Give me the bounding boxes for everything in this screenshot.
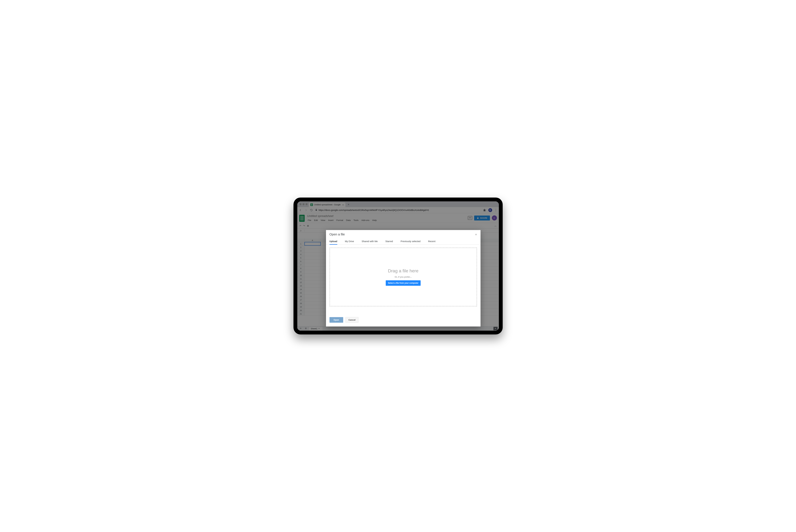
sheet-tab-menu-icon[interactable]: ▼ <box>318 328 320 329</box>
profile-avatar[interactable]: K <box>488 208 492 212</box>
bookmark-star-icon[interactable] <box>483 209 486 212</box>
open-button[interactable]: Open <box>329 317 343 323</box>
sheet-tab[interactable]: Sheet1 ▼ <box>309 326 323 330</box>
row-header[interactable]: 3 <box>297 249 305 252</box>
dialog-tab-recent[interactable]: Recent <box>428 240 435 245</box>
sheets-logo-icon[interactable] <box>299 215 305 221</box>
dialog-close-icon[interactable]: × <box>475 233 477 236</box>
reload-button[interactable] <box>310 209 313 212</box>
row-header[interactable]: 20 <box>297 309 305 312</box>
cell[interactable] <box>305 274 321 277</box>
back-button[interactable] <box>299 209 302 212</box>
menu-help[interactable]: Help <box>371 218 378 222</box>
document-title[interactable]: Untitled spreadsheet <box>307 214 466 218</box>
row-header[interactable]: 12 <box>297 281 305 284</box>
browser-menu-icon[interactable]: ⋮ <box>494 209 497 212</box>
menu-view[interactable]: View <box>320 218 327 222</box>
row-header[interactable]: 7 <box>297 263 305 266</box>
row-header[interactable]: 10 <box>297 274 305 277</box>
row-header[interactable]: 19 <box>297 305 305 308</box>
menu-data[interactable]: Data <box>345 218 352 222</box>
cell[interactable] <box>305 253 321 256</box>
svg-rect-2 <box>311 205 312 206</box>
fx-label: fx <box>297 229 305 232</box>
collapse-toolbar-icon[interactable]: ︿ <box>494 225 496 227</box>
row-header[interactable]: 17 <box>297 298 305 302</box>
redo-icon[interactable]: ↷ <box>303 225 305 227</box>
sheets-toolbar: ↶ ↷ 🖶 ︿ <box>297 223 499 229</box>
row-header[interactable]: 15 <box>297 291 305 294</box>
row-header[interactable]: 14 <box>297 288 305 291</box>
explore-button[interactable]: ✦ <box>493 327 498 330</box>
dialog-tab-shared-with-me[interactable]: Shared with Me <box>362 240 378 245</box>
cell[interactable] <box>305 284 321 287</box>
menu-format[interactable]: Format <box>335 218 344 222</box>
column-header[interactable]: A <box>305 239 321 242</box>
url-text: https://docs.google.com/spreadsheets/d/1… <box>319 209 429 211</box>
menu-add-ons[interactable]: Add-ons <box>360 218 370 222</box>
row-header[interactable]: 6 <box>297 260 305 263</box>
row-header[interactable]: 9 <box>297 270 305 273</box>
menu-tools[interactable]: Tools <box>352 218 360 222</box>
cell[interactable] <box>305 302 321 305</box>
cell[interactable] <box>305 249 321 252</box>
row-header[interactable]: 18 <box>297 302 305 305</box>
cell[interactable] <box>305 270 321 273</box>
share-button[interactable]: SHARE <box>474 215 490 221</box>
tab-close-icon[interactable]: × <box>342 204 344 206</box>
window-controls[interactable] <box>299 202 309 207</box>
browser-tab-title: Untitled spreadsheet - Google <box>314 204 341 206</box>
row-header[interactable]: 8 <box>297 267 305 270</box>
svg-rect-1 <box>311 205 312 205</box>
cell[interactable] <box>305 246 321 249</box>
dialog-tab-my-drive[interactable]: My Drive <box>345 240 354 245</box>
cell[interactable] <box>305 263 321 266</box>
row-header[interactable]: 16 <box>297 294 305 298</box>
print-icon[interactable]: 🖶 <box>307 225 309 227</box>
dialog-tab-starred[interactable]: Starred <box>385 240 393 245</box>
upload-dropzone[interactable]: Drag a file here Or, if you prefer... Se… <box>329 248 477 306</box>
dialog-tabs: UploadMy DriveShared with MeStarredPrevi… <box>326 237 481 245</box>
menu-edit[interactable]: Edit <box>313 218 319 222</box>
cell[interactable] <box>305 281 321 284</box>
cell[interactable] <box>305 312 321 316</box>
address-bar[interactable]: https://docs.google.com/spreadsheets/d/1… <box>315 209 481 211</box>
comments-icon[interactable] <box>468 216 472 220</box>
row-header[interactable]: 5 <box>297 256 305 260</box>
row-header[interactable]: 13 <box>297 284 305 287</box>
cell[interactable] <box>305 294 321 298</box>
cell[interactable] <box>305 242 321 245</box>
open-file-dialog: Open a file × UploadMy DriveShared with … <box>326 230 481 326</box>
undo-icon[interactable]: ↶ <box>300 225 301 227</box>
forward-button[interactable] <box>304 209 308 212</box>
cell[interactable] <box>305 277 321 281</box>
cell[interactable] <box>305 309 321 312</box>
menu-insert[interactable]: Insert <box>327 218 335 222</box>
browser-tab[interactable]: Untitled spreadsheet - Google × <box>309 202 345 207</box>
cancel-button[interactable]: Cancel <box>345 317 359 323</box>
cell[interactable] <box>305 260 321 263</box>
row-header[interactable]: 4 <box>297 253 305 256</box>
all-sheets-button[interactable]: ≡ <box>304 327 308 330</box>
row-header[interactable]: 2 <box>297 246 305 249</box>
svg-rect-0 <box>311 204 312 204</box>
cell[interactable] <box>305 288 321 291</box>
cell[interactable] <box>305 291 321 294</box>
cell[interactable] <box>305 298 321 302</box>
cell[interactable] <box>305 267 321 270</box>
row-header[interactable]: 11 <box>297 277 305 281</box>
account-avatar[interactable]: K <box>492 215 497 221</box>
cell[interactable] <box>305 305 321 308</box>
row-header[interactable]: 1 <box>297 242 305 245</box>
select-file-button[interactable]: Select a file from your computer <box>386 280 421 286</box>
dialog-tab-previously-selected[interactable]: Previously selected <box>401 240 420 245</box>
lock-icon <box>315 209 318 211</box>
row-header[interactable]: 21 <box>297 312 305 316</box>
dialog-tab-upload[interactable]: Upload <box>329 240 337 245</box>
menu-file[interactable]: File <box>307 218 313 222</box>
cell[interactable] <box>305 256 321 260</box>
select-all-corner[interactable] <box>297 239 305 242</box>
menu-bar: FileEditViewInsertFormatDataToolsAdd-ons… <box>307 218 466 222</box>
new-tab-button[interactable]: + <box>346 202 351 207</box>
add-sheet-button[interactable]: + <box>298 327 303 330</box>
